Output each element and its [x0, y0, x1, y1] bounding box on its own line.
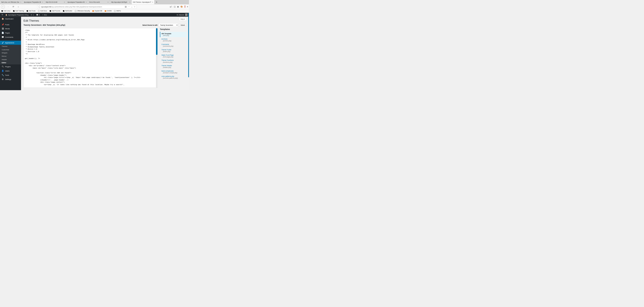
- submenu-editor[interactable]: Editor: [0, 61, 21, 65]
- template-item[interactable]: Archives(archive.php): [160, 37, 186, 42]
- close-icon[interactable]: ×: [86, 1, 86, 3]
- menu-pages[interactable]: 📄Pages: [0, 31, 21, 35]
- url-bar[interactable]: i apocalyst.htb/wp-admin/theme-editor.ph…: [37, 5, 137, 8]
- bookmark-star-icon[interactable]: ☆: [134, 5, 136, 8]
- bookmark-kali-training[interactable]: Kali Training: [13, 10, 24, 12]
- menu-dashboard[interactable]: 🏠Dashboard: [0, 17, 21, 21]
- template-filename: (comments.php): [163, 45, 185, 47]
- browser-tab-active[interactable]: Edit Themes ‹ Apocalypse P×: [132, 0, 154, 4]
- reader-icon[interactable]: ▤: [125, 5, 126, 8]
- submenu-themes[interactable]: Themes: [0, 45, 21, 48]
- template-item[interactable]: color-patterns.php(inc/color-patterns.ph…: [160, 74, 186, 80]
- template-item[interactable]: Theme Footer(footer.php): [160, 48, 186, 53]
- home-button[interactable]: ⌂: [16, 5, 20, 8]
- template-item[interactable]: Theme Functions(functions.php): [160, 58, 186, 64]
- browser-tab[interactable]: http://10.10.10.46/×: [44, 0, 66, 4]
- avatar[interactable]: [185, 14, 188, 16]
- template-item[interactable]: Theme Header(header.php): [160, 64, 186, 69]
- bookmark-exploit-db[interactable]: Exploit-DB: [92, 10, 102, 12]
- close-icon[interactable]: ×: [108, 1, 108, 3]
- site-name: Apocalypse Preparation Blog: [8, 14, 28, 16]
- template-item[interactable]: back-compat.php(inc/back-compat.php): [160, 69, 186, 74]
- bookmark-label: Kali Linux: [4, 10, 10, 12]
- wp-content: Help ▾ Edit Themes Twenty Seventeen: 404…: [21, 17, 189, 90]
- select-button[interactable]: Select: [179, 23, 187, 26]
- account-icon[interactable]: ◉: [177, 5, 179, 8]
- bookmark-kali-docs[interactable]: Kali Docs: [38, 10, 47, 12]
- menu-icon[interactable]: ≡: [187, 5, 188, 8]
- submenu-customise[interactable]: Customise: [0, 48, 21, 51]
- bookmark-offsec[interactable]: Offensive Security: [75, 10, 90, 12]
- template-name: Comments: [162, 43, 169, 45]
- new-tab-button[interactable]: +: [154, 0, 159, 4]
- template-name: Static Front Page: [162, 54, 174, 56]
- reload-button[interactable]: ⟳: [12, 5, 15, 8]
- close-icon[interactable]: ×: [42, 1, 43, 3]
- submenu-header[interactable]: Header: [0, 58, 21, 61]
- menu-posts[interactable]: 📌Posts: [0, 22, 21, 26]
- menu-tools[interactable]: 🔧Tools: [0, 73, 21, 77]
- submenu-widgets[interactable]: Widgets: [0, 51, 21, 55]
- bookmark-label: Kali Training: [15, 10, 24, 12]
- dashboard-icon: 🏠: [2, 18, 4, 20]
- kali-icon: [13, 10, 15, 12]
- browser-tab[interactable]: Kali Linux, an Offensive Sec×: [0, 0, 22, 4]
- bookmark-kali-forums[interactable]: Kali Forums: [50, 10, 60, 12]
- scrollbar-track[interactable]: [156, 28, 158, 88]
- site-link[interactable]: 🏠Apocalypse Preparation Blog: [5, 14, 28, 16]
- template-filename: (inc/back-compat.php): [163, 72, 185, 74]
- menu-media[interactable]: 🖼Media: [0, 26, 21, 31]
- menu-comments[interactable]: 💬Comments: [0, 35, 21, 39]
- updates-link[interactable]: ⟳1: [31, 14, 34, 16]
- template-filename: (footer.php): [163, 51, 185, 52]
- templates-panel: Templates 404 Template(404.php)Archives(…: [160, 28, 186, 88]
- menu-settings[interactable]: ⚙Settings: [0, 77, 21, 81]
- bookmark-nethunter[interactable]: NetHunter: [62, 10, 72, 12]
- library-icon[interactable]: ⫼\: [170, 5, 172, 8]
- browser-tab[interactable]: http://apocalyst.htb/Right×: [110, 0, 132, 4]
- page-icon: 📄: [2, 32, 4, 34]
- menu-label: Settings: [5, 78, 11, 80]
- menu-plugins[interactable]: 🔌Plugins: [0, 64, 21, 69]
- browser-tab[interactable]: End of the world×: [88, 0, 110, 4]
- template-item[interactable]: Static Front Page(front-page.php): [160, 53, 186, 58]
- template-name: back-compat.php: [162, 70, 174, 72]
- info-icon[interactable]: i: [38, 6, 40, 8]
- kali-icon: [50, 10, 51, 12]
- sidebar-icon[interactable]: ◫: [174, 5, 176, 8]
- wp-logo[interactable]: ⓦ: [2, 14, 3, 16]
- close-icon[interactable]: ×: [20, 1, 21, 3]
- page-scrollbar[interactable]: [188, 13, 189, 77]
- bookmark-ghdb[interactable]: GHDB: [105, 10, 112, 12]
- code-editor[interactable]: <?php /** * The template for displaying …: [24, 28, 158, 87]
- close-icon[interactable]: ×: [129, 1, 130, 3]
- greeting[interactable]: Hi, falaraki: [177, 14, 184, 16]
- template-item[interactable]: 404 Template(404.php): [160, 32, 186, 37]
- menu-users[interactable]: 👤Users: [0, 69, 21, 73]
- close-icon[interactable]: ×: [64, 1, 65, 3]
- template-item[interactable]: Comments(comments.php): [160, 42, 186, 48]
- theme-select[interactable]: Twenty Seventeen: [159, 23, 178, 27]
- bookmark-msfu[interactable]: MSFU: [114, 10, 121, 12]
- help-tab[interactable]: Help ▾: [179, 18, 186, 21]
- template-name: color-patterns.php: [162, 75, 174, 77]
- bookmark-kali-tools[interactable]: Kali Tools: [26, 10, 36, 12]
- close-icon[interactable]: ×: [152, 1, 153, 3]
- back-button[interactable]: ←: [1, 5, 5, 8]
- pocket-icon[interactable]: ⌄: [131, 5, 132, 8]
- extension-icon[interactable]: 🎨: [180, 5, 183, 8]
- menu-appearance[interactable]: 🖌Appearance: [0, 41, 21, 45]
- comments-link[interactable]: 💬0: [36, 14, 40, 16]
- more-icon[interactable]: ⋯: [128, 5, 130, 8]
- template-filename: (header.php): [163, 67, 185, 68]
- browser-tab[interactable]: Apocalypse Preparation Bl×: [22, 0, 44, 4]
- noscript-icon[interactable]: [185, 5, 185, 8]
- menu-label: Pages: [5, 32, 10, 34]
- forward-button[interactable]: →: [6, 5, 10, 8]
- browser-tab[interactable]: Apocalypse Preparation Bl×: [66, 0, 88, 4]
- new-link[interactable]: +New: [42, 14, 47, 16]
- scrollbar-thumb[interactable]: [156, 28, 158, 55]
- bookmark-label: Offensive Security: [77, 10, 90, 12]
- bookmark-kali-linux[interactable]: Kali Linux: [1, 10, 10, 12]
- submenu-menus[interactable]: Menus: [0, 54, 21, 58]
